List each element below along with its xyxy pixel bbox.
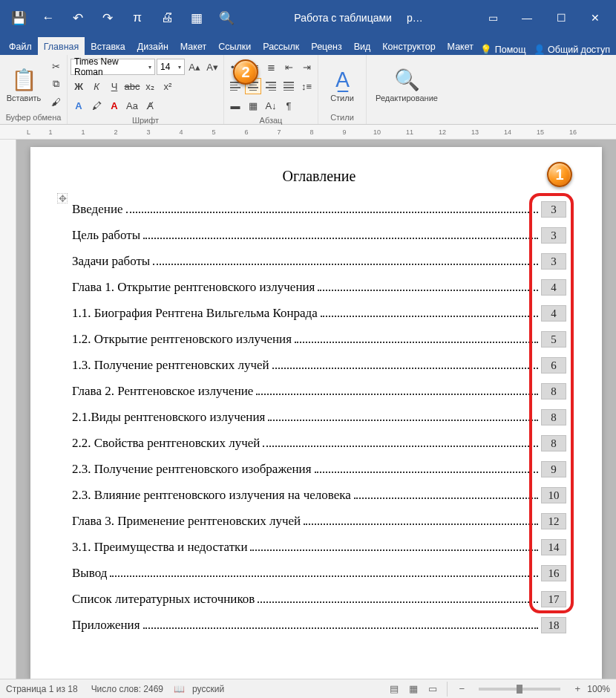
justify-button[interactable] [281,78,297,94]
toc-row[interactable]: Введение3 [72,201,566,218]
document-page[interactable]: Оглавление ✥ Введение3 Цель работы3Задач… [30,147,602,679]
toc-row[interactable]: 1.3. Получение рентгеновских лучей6 [72,357,566,374]
cut-icon[interactable]: ✂ [47,58,64,74]
format-painter-icon[interactable]: 🖌 [47,94,64,110]
line-spacing-icon[interactable]: ↕≡ [298,78,315,94]
underline-button[interactable]: Ч [106,78,122,94]
tab-constructor[interactable]: Конструктор [376,37,441,55]
editing-button[interactable]: 🔍 Редактирование [370,58,444,111]
tab-table-layout[interactable]: Макет [442,37,479,55]
web-layout-icon[interactable]: ▭ [424,682,442,697]
table-move-handle-icon[interactable]: ✥ [57,193,68,203]
toc-row[interactable]: 2.3. Влияние рентгеновского излучения на… [72,487,566,503]
show-marks-icon[interactable]: ¶ [281,97,297,114]
toc-page-cell[interactable]: 9 [541,461,566,477]
ruler-vertical[interactable] [0,140,16,679]
zoom-in-button[interactable]: + [569,682,586,697]
align-right-button[interactable] [263,78,279,94]
toc-page-cell[interactable]: 3 [541,253,566,270]
toc-row[interactable]: Глава 3. Применение рентгеновских лучей1… [72,513,566,529]
numbering-icon[interactable]: 1≡ [245,59,261,75]
tab-references[interactable]: Ссылки [212,37,257,55]
copy-icon[interactable]: ⧉ [47,76,64,92]
toc-page-cell[interactable]: 16 [541,565,566,581]
font-color-icon[interactable]: A [106,97,122,114]
tab-layout[interactable]: Макет [174,37,212,55]
preview-icon[interactable]: 🔍 [212,4,240,32]
toc-row[interactable]: Глава 2. Рентгеновское излучение8 [72,383,566,399]
proofing-icon[interactable]: 📖 [174,684,185,694]
tab-mailings[interactable]: Рассылк [257,37,305,55]
toc-page-cell[interactable]: 14 [541,539,566,555]
toc-row[interactable]: Список литературных источников17 [72,591,566,607]
toc-page-cell[interactable]: 8 [541,409,566,425]
increase-indent-icon[interactable]: ⇥ [298,59,315,75]
tab-file[interactable]: Файл [3,37,38,55]
paste-button[interactable]: 📋 Вставить [3,58,45,111]
font-size-select[interactable]: 14▾ [157,59,185,75]
save-icon[interactable]: 💾 [4,4,33,32]
back-icon[interactable]: ← [34,4,62,32]
tab-view[interactable]: Вид [348,37,377,55]
toc-page-cell[interactable]: 3 [541,201,566,218]
toc-page-cell[interactable]: 8 [541,435,566,451]
tell-me[interactable]: 💡 Помощ [480,44,525,55]
highlight-icon[interactable]: 🖍 [88,97,105,114]
bold-button[interactable]: Ж [71,78,87,94]
multilevel-icon[interactable]: ≣ [263,59,279,75]
toc-row[interactable]: 2.2. Свойства рентгеновских лучей8 [72,435,566,451]
shrink-font-icon[interactable]: A▾ [204,59,220,75]
toc-page-cell[interactable]: 10 [541,487,566,503]
subscript-button[interactable]: x₂ [142,78,158,94]
toc-page-cell[interactable]: 8 [541,383,566,399]
tab-design[interactable]: Дизайн [131,37,174,55]
minimize-icon[interactable]: — [511,6,543,30]
toc-row[interactable]: 1.2. Открытие рентгеновского излучения 5 [72,331,566,348]
toc-row[interactable]: 2.3. Получение рентгеновского изображени… [72,461,566,477]
grow-font-icon[interactable]: A▴ [186,59,203,75]
shading-icon[interactable]: ▬ [227,97,243,114]
equation-icon[interactable]: π [123,4,151,32]
zoom-label[interactable]: 100% [587,684,610,694]
text-effects-icon[interactable]: A [71,97,87,114]
tab-review[interactable]: Реценз [305,37,347,55]
ruler-horizontal[interactable]: L 1 1 2 3 4 5 6 7 8 9 10 11 12 13 14 15 … [0,125,616,140]
bullets-icon[interactable]: •≡ [227,59,243,75]
styles-button[interactable]: A̲ Стили [321,58,363,111]
sort-icon[interactable]: A↓ [263,97,279,114]
toc-page-cell[interactable]: 18 [541,617,566,633]
ribbon-options-icon[interactable]: ▭ [476,6,509,30]
align-left-button[interactable] [227,78,243,94]
status-words[interactable]: Число слов: 2469 [91,684,163,694]
borders-icon[interactable]: ▦ [245,97,261,114]
zoom-out-button[interactable]: − [453,682,471,697]
toc-page-cell[interactable]: 4 [541,305,566,322]
toc-row[interactable]: 2.1.Виды рентгеновского излучения8 [72,409,566,425]
toc-page-cell[interactable]: 5 [541,331,566,348]
print-layout-icon[interactable]: ▦ [404,682,422,697]
toc-page-cell[interactable]: 17 [541,591,566,607]
maximize-icon[interactable]: ☐ [545,6,577,30]
tab-insert[interactable]: Вставка [85,37,131,55]
toc-row[interactable]: Вывод16 [72,565,566,581]
toc-page-cell[interactable]: 12 [541,513,566,529]
align-center-button[interactable] [245,78,261,94]
toc-page-cell[interactable]: 3 [541,227,566,244]
status-lang[interactable]: русский [192,684,224,694]
zoom-slider[interactable] [479,688,560,691]
toc-row[interactable]: Глава 1. Открытие рентгеновского излучен… [72,279,566,296]
close-icon[interactable]: ✕ [579,6,612,30]
superscript-button[interactable]: x² [160,78,176,94]
italic-button[interactable]: К [88,78,105,94]
toc-row[interactable]: Приложения18 [72,617,566,633]
change-case-icon[interactable]: Aa [124,97,140,114]
font-name-select[interactable]: Times New Roman▾ [71,59,155,75]
tab-home[interactable]: Главная [38,37,85,55]
undo-icon[interactable]: ↶ [64,4,92,32]
strike-button[interactable]: abc [124,78,140,94]
toc-page-cell[interactable]: 4 [541,279,566,296]
toc-row[interactable]: Цель работы3 [72,227,566,244]
table-icon[interactable]: ▦ [183,4,211,32]
clear-format-icon[interactable]: A̸ [142,97,158,114]
status-page[interactable]: Страница 1 из 18 [6,684,78,694]
